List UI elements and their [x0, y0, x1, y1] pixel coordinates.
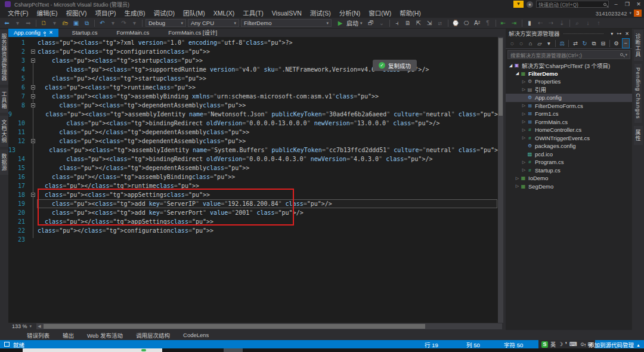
- solution-configuration-dropdown[interactable]: Debug▾: [145, 19, 186, 27]
- tree-item-FormMain.cs[interactable]: ▷⊞FormMain.cs: [506, 118, 632, 126]
- bookmark-icon[interactable]: ▮: [525, 18, 534, 28]
- close-button[interactable]: ✕: [634, 1, 643, 7]
- fold-margin[interactable]: [30, 137, 38, 146]
- bottom-tab-CodeLens[interactable]: CodeLens: [183, 332, 209, 338]
- sync-with-active-document-icon[interactable]: ⇄: [571, 39, 579, 48]
- scrollbar-thumb[interactable]: [499, 38, 503, 116]
- ime-fullhalf-icon[interactable]: ☽: [558, 341, 563, 347]
- menu-视图[interactable]: 视图(V): [61, 8, 91, 18]
- collapse-region-icon[interactable]: [31, 103, 35, 107]
- format-icon[interactable]: ¶: [484, 18, 493, 28]
- fold-margin[interactable]: [30, 56, 38, 65]
- navigate-symbol-icon[interactable]: ⇲: [425, 18, 434, 28]
- bottom-tab-调用层次结构[interactable]: 调用层次结构: [136, 331, 170, 339]
- code-line-15[interactable]: 15 class="pu"></class="tg">dependentAsse…: [8, 163, 503, 172]
- collapse-region-icon[interactable]: [31, 193, 35, 197]
- attach-process-icon[interactable]: 🗗: [367, 18, 376, 28]
- ime-emoji-icon[interactable]: ⌨: [569, 341, 577, 347]
- properties-icon[interactable]: ⚙: [612, 39, 620, 48]
- code-editor[interactable]: 1class="pu"><class="tg">?xml version="1.…: [8, 37, 503, 323]
- tree-item-FilterDemoForm.cs[interactable]: ▷⊞FilterDemoForm.cs: [506, 102, 632, 110]
- doc-tab-FormMain.cs-[设计][interactable]: FormMain.cs [设计]: [163, 29, 222, 37]
- zoom-caret-icon[interactable]: ▾: [30, 324, 32, 329]
- code-line-8[interactable]: 8 class="pu"><class="tg">dependentAssemb…: [8, 101, 503, 110]
- menu-测试[interactable]: 测试(S): [306, 8, 335, 18]
- hex-display-icon[interactable]: ⎔: [462, 18, 471, 28]
- account-caret-icon[interactable]: ▾: [629, 11, 631, 16]
- pin-icon[interactable]: ⊶: [617, 31, 621, 36]
- menu-工具[interactable]: 工具(T): [239, 8, 267, 18]
- left-tool-tab[interactable]: 服务器资源管理器: [0, 30, 9, 85]
- restore-button[interactable]: ❐: [623, 1, 631, 7]
- move-up-icon[interactable]: ↑: [595, 18, 603, 28]
- code-line-1[interactable]: 1class="pu"><class="tg">?xml version="1.…: [8, 38, 503, 47]
- doc-tab-App.config[interactable]: App.config✕: [8, 29, 58, 37]
- open-file-icon[interactable]: 🗁: [61, 18, 70, 28]
- redo-icon[interactable]: ↷: [119, 18, 128, 28]
- pin-tab-icon[interactable]: [44, 32, 46, 34]
- collapse-region-icon[interactable]: [31, 50, 35, 54]
- code-line-14[interactable]: 14 class="pu"><class="tg">bindingRedirec…: [8, 155, 503, 163]
- close-panel-icon[interactable]: ✕: [625, 31, 629, 36]
- line-structure-icon[interactable]: ⫞: [393, 18, 402, 28]
- undo-icon[interactable]: ↶: [98, 18, 107, 28]
- tree-item-解决方案-CsharpPclText--(3-个项目)[interactable]: ◢▣解决方案'CsharpPclText' (3 个项目): [506, 61, 632, 70]
- find-symbol-result-icon[interactable]: ⌕: [573, 18, 582, 28]
- tree-expander-icon[interactable]: ▷: [521, 79, 527, 84]
- code-line-3[interactable]: 3 class="pu"><class="tg">startupclass="p…: [8, 56, 503, 65]
- code-line-12[interactable]: 12 class="pu"><class="tg">dependentAssem…: [8, 137, 503, 146]
- pending-changes-filter-icon[interactable]: ⚖: [558, 39, 566, 48]
- tree-expander-icon[interactable]: ◢: [508, 63, 513, 68]
- nest-files-icon[interactable]: ⧉: [590, 39, 597, 48]
- tree-item-App.config[interactable]: ⚙App.config: [506, 94, 632, 102]
- tree-expander-icon[interactable]: ▷: [515, 184, 520, 189]
- tree-item-IoDemo[interactable]: ▷▦IoDemo: [506, 174, 632, 183]
- navigate-forward-icon[interactable]: ➡: [24, 18, 33, 28]
- se-back-icon[interactable]: ◌: [508, 39, 516, 48]
- scroll-left-icon[interactable]: ◀: [36, 323, 42, 329]
- menu-VisualSVN[interactable]: VisualSVN: [268, 8, 306, 18]
- start-debugging-button[interactable]: ▶ 启动 ▾: [333, 18, 365, 28]
- fold-margin[interactable]: [30, 92, 38, 101]
- ime-language-toggle[interactable]: 英: [550, 341, 556, 348]
- menu-文件[interactable]: 文件(F): [4, 8, 32, 18]
- account-id[interactable]: 3141023242: [596, 10, 627, 17]
- menu-调试[interactable]: 调试(D): [149, 8, 179, 18]
- menu-团队[interactable]: 团队(M): [179, 8, 209, 18]
- code-line-11[interactable]: 11 class="pu"></class="tg">dependentAsse…: [8, 128, 503, 137]
- doc-tab-FormMain.cs[interactable]: FormMain.cs: [111, 29, 154, 37]
- home-icon[interactable]: ⌂: [527, 39, 534, 48]
- code-line-4[interactable]: 4 class="pu"><class="tg">supportedRuntim…: [8, 65, 503, 74]
- minimize-button[interactable]: –: [612, 1, 620, 7]
- code-line-5[interactable]: 5 class="pu"></class="tg">startupclass="…: [8, 74, 503, 83]
- tree-expander-icon[interactable]: ▷: [521, 112, 527, 116]
- switch-views-icon[interactable]: ▱: [535, 39, 543, 48]
- watch-icon[interactable]: ⌚: [451, 18, 460, 28]
- tree-item-Startup.cs[interactable]: ▷#Startup.cs: [506, 166, 632, 175]
- add-to-source-control-button[interactable]: ↑ 添加到源代码管理 ▲: [584, 341, 640, 349]
- code-line-22[interactable]: 22class="pu"></class="tg">configurationc…: [8, 226, 503, 235]
- code-line-16[interactable]: 16 class="pu"></class="tg">assemblyBindi…: [8, 172, 503, 181]
- collapse-all-icon[interactable]: ⊟: [599, 39, 607, 48]
- menu-窗口[interactable]: 窗口(W): [364, 8, 395, 18]
- undo-caret-icon[interactable]: ▾: [109, 18, 117, 28]
- tree-expander-icon[interactable]: ▷: [515, 176, 520, 181]
- text-size-icon[interactable]: A²: [473, 18, 482, 28]
- tree-expander-icon[interactable]: ▷: [521, 160, 527, 165]
- preview-selected-items-icon[interactable]: −: [622, 38, 630, 48]
- doc-tab-Startup.cs[interactable]: Startup.cs: [67, 29, 103, 37]
- fold-margin[interactable]: [30, 83, 38, 92]
- collapse-region-icon[interactable]: [31, 58, 35, 63]
- menu-生成[interactable]: 生成(B): [120, 8, 149, 18]
- ime-punctuation-icon[interactable]: ❜: [565, 341, 567, 347]
- navigate-back-icon[interactable]: ⬅: [2, 18, 11, 28]
- scrollbar-thumb[interactable]: [44, 324, 425, 329]
- bottom-tab-Web-发布活动[interactable]: Web 发布活动: [87, 331, 123, 339]
- code-line-6[interactable]: 6 class="pu"><class="tg">runtimeclass="p…: [8, 83, 503, 92]
- new-project-icon[interactable]: 🗋: [39, 18, 48, 28]
- next-bookmark-icon[interactable]: ⇢: [547, 18, 556, 28]
- fold-margin[interactable]: [30, 101, 38, 110]
- right-tool-tab[interactable]: 诊断工具: [634, 30, 643, 61]
- solution-platform-dropdown[interactable]: Any CPU▾: [188, 19, 239, 27]
- redo-caret-icon[interactable]: ▾: [130, 18, 139, 28]
